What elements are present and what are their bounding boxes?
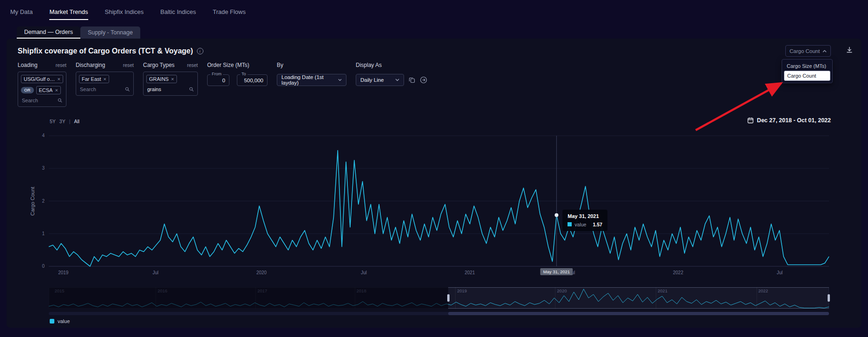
discharging-tag-far-east[interactable]: Far East × <box>79 75 109 83</box>
y-axis-tick: 2 <box>33 198 45 204</box>
x-axis-tick: 2019 <box>58 270 68 275</box>
tab-demand-orders[interactable]: Demand — Orders <box>17 26 80 39</box>
x-axis-tick: Jul <box>777 270 783 275</box>
remove-icon[interactable]: × <box>58 76 60 82</box>
filter-by: By Loading Date (1st layday) <box>277 62 346 86</box>
nav-item-trade-flows[interactable]: Trade Flows <box>213 4 246 20</box>
filter-cargo-types: Cargo Types reset GRAINS × <box>143 62 198 96</box>
order-size-from-field: From <box>207 74 229 86</box>
search-icon <box>125 86 130 92</box>
nav-item-my-data[interactable]: My Data <box>10 4 33 20</box>
x-axis-tick: Jul <box>361 270 367 275</box>
top-navigation: My Data Market Trends Shipfix Indices Ba… <box>10 0 246 23</box>
loading-tag-ecsa[interactable]: ECSA × <box>36 86 61 94</box>
remove-icon[interactable]: × <box>171 76 174 82</box>
display-as-filter-label: Display As <box>356 62 382 68</box>
date-range-text: Dec 27, 2018 - Oct 01, 2022 <box>757 117 831 124</box>
metric-dropdown-button[interactable]: Cargo Count <box>785 45 831 57</box>
range-all[interactable]: All <box>74 119 79 124</box>
scrollbar-thumb[interactable] <box>448 312 829 315</box>
filter-order-size: Order Size (MTs) From To <box>207 62 268 86</box>
navigator-right-handle[interactable] <box>828 294 830 302</box>
order-size-from-label: From <box>210 72 223 76</box>
copy-icon[interactable] <box>409 77 415 83</box>
tooltip-series-name: value <box>574 222 586 227</box>
main-panel: Shipfix coverage of Cargo Orders (TCT & … <box>7 39 861 328</box>
or-badge: OR <box>21 87 34 93</box>
search-icon <box>189 86 194 92</box>
download-icon[interactable] <box>846 46 853 55</box>
y-axis-tick: 0 <box>33 264 45 269</box>
page-title-text: Shipfix coverage of Cargo Orders (TCT & … <box>18 47 193 55</box>
cargo-types-filter-label: Cargo Types <box>143 62 175 68</box>
calendar-icon <box>747 117 754 124</box>
filter-display-as: Display As Daily Line <box>356 62 427 86</box>
filters-row: Loading reset USG/Gulf of Me... × OR ECS… <box>18 62 427 107</box>
loading-tag-usg[interactable]: USG/Gulf of Me... × <box>21 75 63 83</box>
by-filter-label: By <box>277 62 283 68</box>
date-range[interactable]: Dec 27, 2018 - Oct 01, 2022 <box>747 117 831 124</box>
metric-dropdown-menu: Cargo Size (MTs) Cargo Count <box>782 59 833 83</box>
navigator-dimmed-region <box>49 287 448 309</box>
app: My Data Market Trends Shipfix Indices Ba… <box>0 0 868 337</box>
range-separator: | <box>69 119 71 124</box>
cargo-types-reset-button[interactable]: reset <box>187 62 198 68</box>
order-size-to-field: To <box>237 74 268 86</box>
order-size-filter-label: Order Size (MTs) <box>207 62 249 68</box>
chevron-up-icon <box>822 50 827 53</box>
order-size-from-input[interactable] <box>211 78 225 83</box>
nav-item-baltic-indices[interactable]: Baltic Indices <box>160 4 196 20</box>
loading-reset-button[interactable]: reset <box>56 62 66 68</box>
cargo-types-filter-box: GRAINS × <box>143 72 198 96</box>
y-axis-tick: 4 <box>33 133 45 138</box>
navigator-selection[interactable] <box>448 287 829 309</box>
metric-option-cargo-size[interactable]: Cargo Size (MTs) <box>784 61 830 71</box>
discharging-search-input[interactable] <box>80 86 123 92</box>
legend-swatch <box>50 319 54 324</box>
search-icon <box>58 98 62 103</box>
tooltip-date: May 31, 2021 <box>568 213 602 219</box>
nav-item-shipfix-indices[interactable]: Shipfix Indices <box>105 4 144 20</box>
sub-tabs: Demand — Orders Supply - Tonnage <box>17 26 140 39</box>
x-axis-tick: 2020 <box>256 270 267 275</box>
x-axis-tick: Jul <box>152 270 158 275</box>
range-5y[interactable]: 5Y <box>50 119 56 124</box>
x-axis-tick: 2022 <box>673 270 683 275</box>
tooltip-value: 1.57 <box>593 222 602 227</box>
cargo-types-search-input[interactable] <box>147 86 187 92</box>
chevron-down-icon <box>395 79 399 81</box>
nav-item-market-trends[interactable]: Market Trends <box>49 4 88 20</box>
x-axis-tick: 2021 <box>464 270 475 275</box>
by-select[interactable]: Loading Date (1st layday) <box>277 74 346 86</box>
legend-label: value <box>58 318 70 324</box>
discharging-filter-box: Far East × <box>76 72 134 96</box>
crosshair-axis-label: May 31, 2021 <box>541 268 573 275</box>
discharging-reset-button[interactable]: reset <box>123 62 134 68</box>
filter-discharging: Discharging reset Far East × <box>76 62 134 96</box>
loading-filter-label: Loading <box>18 62 38 68</box>
chart-legend[interactable]: value <box>50 318 70 324</box>
page-title: Shipfix coverage of Cargo Orders (TCT & … <box>18 47 203 55</box>
range-3y[interactable]: 3Y <box>59 119 65 124</box>
order-size-to-input[interactable] <box>241 78 263 83</box>
order-size-to-label: To <box>240 72 248 76</box>
remove-icon[interactable]: × <box>55 87 58 93</box>
metric-option-cargo-count[interactable]: Cargo Count <box>784 71 830 81</box>
discharging-filter-label: Discharging <box>76 62 105 68</box>
display-as-select[interactable]: Daily Line <box>356 74 404 86</box>
cargo-types-tag-grains[interactable]: GRAINS × <box>146 75 177 83</box>
tab-supply-tonnage[interactable]: Supply - Tonnage <box>80 26 140 39</box>
open-arrow-icon[interactable] <box>420 76 427 84</box>
info-icon[interactable]: i <box>197 48 203 54</box>
loading-filter-box: USG/Gulf of Me... × OR ECSA × <box>18 72 66 107</box>
tooltip-series-swatch <box>568 222 572 226</box>
chevron-down-icon <box>338 79 342 81</box>
loading-search-input[interactable] <box>22 98 56 103</box>
navigator-left-handle[interactable] <box>447 294 450 302</box>
range-selector: 5Y 3Y | All <box>50 119 79 124</box>
remove-icon[interactable]: × <box>104 76 106 82</box>
chart-tooltip: May 31, 2021 value 1.57 <box>562 210 607 231</box>
main-chart[interactable] <box>49 136 829 266</box>
filter-loading: Loading reset USG/Gulf of Me... × OR ECS… <box>18 62 66 107</box>
y-axis-tick: 3 <box>33 165 45 171</box>
